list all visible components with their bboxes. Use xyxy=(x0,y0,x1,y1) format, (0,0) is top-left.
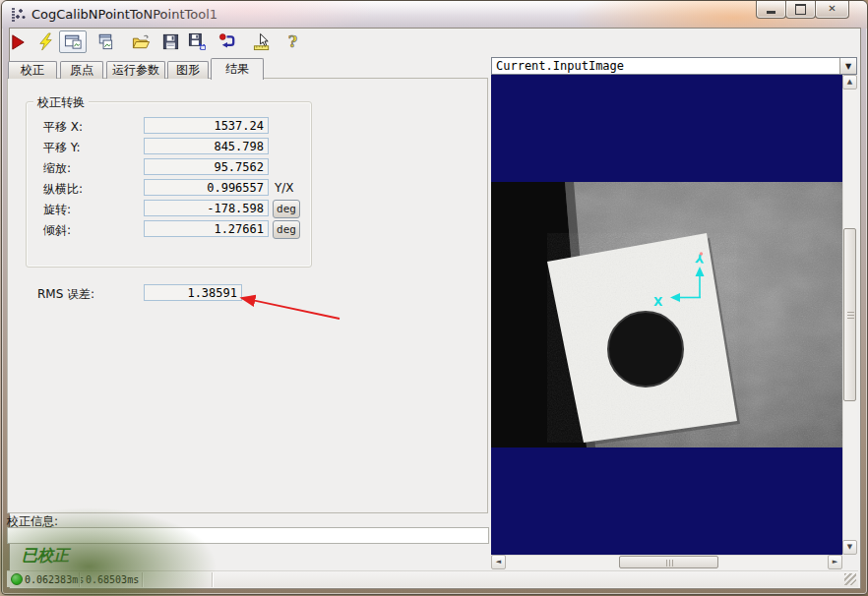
arrow-down-icon: ▼ xyxy=(847,544,852,551)
scale-field[interactable]: 95.7562 xyxy=(144,158,269,175)
group-title: 校正转换 xyxy=(33,94,89,111)
status-green-dot xyxy=(11,573,23,585)
camera-image: Y X xyxy=(491,182,842,447)
scroll-right-button[interactable]: ► xyxy=(828,555,842,569)
float-window-icon xyxy=(95,32,114,51)
vertical-scrollbar[interactable]: ▲ ▼ xyxy=(842,75,857,555)
title-bar[interactable]: CogCalibNPointToNPointTool1 ✕ xyxy=(2,1,867,29)
app-icon xyxy=(10,7,28,23)
arrow-right-icon: ► xyxy=(833,559,837,566)
skew-field[interactable]: 1.27661 xyxy=(144,220,269,237)
aspect-suffix: Y/X xyxy=(275,181,294,195)
image-display-icon xyxy=(64,32,83,51)
status-divider xyxy=(142,572,143,587)
calibration-info-field[interactable] xyxy=(7,527,489,544)
window-title: CogCalibNPointToNPointTool1 xyxy=(31,7,217,22)
run-button[interactable] xyxy=(6,30,30,53)
chevron-down-icon: ▼ xyxy=(845,62,851,71)
rms-error-label: RMS 误差: xyxy=(37,286,94,303)
arrow-up-icon: ▲ xyxy=(847,79,852,86)
minimize-button[interactable] xyxy=(756,1,786,19)
image-display-viewport[interactable]: Y X xyxy=(491,75,842,555)
minimize-icon xyxy=(767,11,775,14)
calibration-dot xyxy=(608,312,683,387)
scrollbar-corner xyxy=(842,555,857,569)
reset-button[interactable] xyxy=(216,30,239,53)
tab-graphics[interactable]: 图形 xyxy=(167,61,209,79)
save-as-button[interactable] xyxy=(185,30,209,53)
help-glyph: ? xyxy=(287,32,296,51)
rotation-field[interactable]: -178.598 xyxy=(144,200,269,216)
close-icon: ✕ xyxy=(828,4,836,14)
vertical-scroll-thumb[interactable] xyxy=(843,228,856,401)
show-image-display-button[interactable] xyxy=(59,30,87,53)
help-icon: ? xyxy=(283,32,302,51)
horizontal-scroll-thumb[interactable] xyxy=(619,556,718,568)
horizontal-scrollbar[interactable]: ◄ ► xyxy=(491,555,842,569)
tab-results[interactable]: 结果 xyxy=(211,58,264,80)
desktop: CogCalibNPointToNPointTool1 ✕ xyxy=(0,0,868,596)
window-controls: ✕ xyxy=(757,1,849,19)
maximize-icon xyxy=(795,4,806,15)
status-time-2: 0.68503ms xyxy=(86,574,139,585)
status-bar: 0.062383ms 0.68503ms xyxy=(7,570,858,587)
image-selector-combobox[interactable]: Current.InputImage ▼ xyxy=(491,57,857,75)
translation-x-field[interactable]: 1537.24 xyxy=(144,117,269,134)
skew-label: 倾斜: xyxy=(43,222,71,239)
reset-arrow-icon xyxy=(218,32,237,51)
scroll-down-button[interactable]: ▼ xyxy=(842,540,857,555)
arrow-left-icon: ◄ xyxy=(496,559,501,566)
rotation-deg-button[interactable]: deg xyxy=(273,200,300,218)
translation-y-field[interactable]: 845.798 xyxy=(144,138,269,154)
scroll-left-button[interactable]: ◄ xyxy=(491,555,506,569)
calibrated-status-text: 已校正 xyxy=(22,546,69,566)
maximize-button[interactable] xyxy=(785,1,816,19)
pointer-mode-button[interactable] xyxy=(250,30,274,53)
resize-grip[interactable] xyxy=(844,573,856,585)
tab-origin[interactable]: 原点 xyxy=(60,61,103,79)
red-annotation-arrow xyxy=(226,287,349,327)
open-button[interactable] xyxy=(129,30,153,53)
translation-y-label: 平移 Y: xyxy=(43,140,81,156)
lightning-icon xyxy=(36,32,55,51)
rotation-label: 旋转: xyxy=(43,202,71,218)
open-folder-icon xyxy=(132,32,151,51)
pointer-ruler-icon xyxy=(253,32,272,51)
save-icon xyxy=(161,32,180,51)
save-button[interactable] xyxy=(158,30,182,53)
run-icon xyxy=(9,32,28,51)
tab-run-params[interactable]: 运行参数 xyxy=(106,61,165,79)
electric-run-button[interactable] xyxy=(33,30,57,53)
axis-x-label: X xyxy=(653,295,663,309)
status-divider xyxy=(79,572,80,587)
status-divider xyxy=(212,572,213,587)
tab-calibration[interactable]: 校正 xyxy=(8,61,57,79)
translation-x-label: 平移 X: xyxy=(43,119,83,136)
float-image-display-button[interactable] xyxy=(93,30,116,53)
scale-label: 缩放: xyxy=(43,160,71,177)
image-selector-value: Current.InputImage xyxy=(496,59,624,73)
help-button[interactable]: ? xyxy=(280,30,304,53)
scroll-up-button[interactable]: ▲ xyxy=(842,75,857,89)
found-point-marker xyxy=(700,252,703,255)
aspect-label: 纵横比: xyxy=(43,181,83,198)
close-button[interactable]: ✕ xyxy=(815,1,849,19)
skew-deg-button[interactable]: deg xyxy=(273,220,300,239)
save-as-icon xyxy=(188,32,207,51)
aspect-field[interactable]: 0.996557 xyxy=(144,179,269,196)
status-time-1: 0.062383ms xyxy=(25,574,84,585)
combobox-dropdown-button[interactable]: ▼ xyxy=(839,58,856,74)
calibration-info-label: 校正信息: xyxy=(7,513,58,530)
